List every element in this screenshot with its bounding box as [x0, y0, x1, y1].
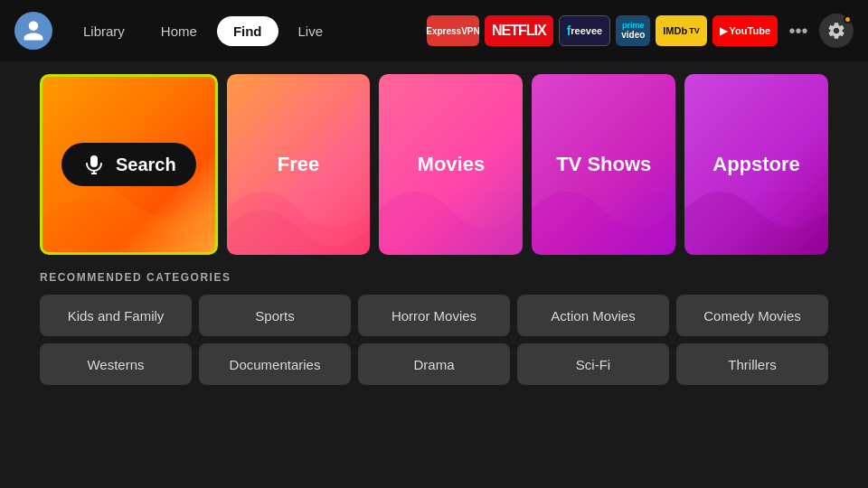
search-pill[interactable]: Search: [61, 143, 196, 186]
app-netflix[interactable]: NETFLIX: [485, 15, 553, 46]
tvshows-tile[interactable]: TV Shows: [532, 74, 675, 255]
free-tile[interactable]: Free: [227, 74, 371, 255]
app-imdb[interactable]: IMDb TV: [656, 15, 706, 46]
movies-tile[interactable]: Movies: [379, 74, 523, 255]
user-icon: [22, 19, 45, 42]
app-icons: ExpressVPN NETFLIX f reevee prime video …: [427, 14, 854, 48]
section-title: RECOMMENDED CATEGORIES: [40, 271, 828, 284]
cat-action-movies[interactable]: Action Movies: [517, 295, 669, 336]
nav-items: Library Home Find Live: [67, 16, 339, 46]
search-label: Search: [116, 155, 176, 175]
nav-item-find[interactable]: Find: [217, 16, 278, 46]
cat-westerns[interactable]: Westerns: [40, 343, 192, 385]
settings-button[interactable]: [819, 14, 854, 48]
search-tile[interactable]: Search: [40, 74, 218, 255]
cat-row-1: Kids and Family Sports Horror Movies Act…: [40, 295, 828, 336]
tvshows-label: TV Shows: [556, 153, 651, 176]
appstore-tile[interactable]: Appstore: [684, 74, 828, 255]
categories-grid: Kids and Family Sports Horror Movies Act…: [40, 295, 828, 385]
app-youtube[interactable]: ▶ YouTube: [712, 15, 778, 46]
notification-badge: [844, 15, 852, 23]
main-content: Search Free Movies TV Shows: [0, 61, 868, 385]
free-label: Free: [278, 153, 319, 176]
app-freevee[interactable]: f reevee: [559, 15, 611, 46]
svg-rect-0: [90, 155, 98, 167]
navbar: Library Home Find Live ExpressVPN NETFLI…: [0, 0, 868, 61]
more-button[interactable]: •••: [783, 15, 814, 46]
cat-thrillers[interactable]: Thrillers: [676, 343, 828, 385]
cat-horror-movies[interactable]: Horror Movies: [358, 295, 510, 336]
cat-kids-family[interactable]: Kids and Family: [40, 295, 192, 336]
gear-icon: [826, 21, 846, 41]
tiles-row: Search Free Movies TV Shows: [40, 74, 828, 255]
nav-item-library[interactable]: Library: [67, 16, 141, 46]
app-primevideo[interactable]: prime video: [616, 15, 650, 46]
cat-drama[interactable]: Drama: [358, 343, 510, 385]
mic-icon: [81, 152, 107, 177]
nav-item-live[interactable]: Live: [282, 16, 340, 46]
cat-comedy-movies[interactable]: Comedy Movies: [676, 295, 828, 336]
cat-documentaries[interactable]: Documentaries: [199, 343, 351, 385]
app-expressvpn[interactable]: ExpressVPN: [427, 15, 479, 46]
appstore-label: Appstore: [712, 153, 800, 176]
movies-label: Movies: [418, 153, 486, 176]
cat-row-2: Westerns Documentaries Drama Sci-Fi Thri…: [40, 343, 828, 385]
nav-item-home[interactable]: Home: [145, 16, 213, 46]
cat-scifi[interactable]: Sci-Fi: [517, 343, 669, 385]
avatar[interactable]: [14, 12, 52, 50]
cat-sports[interactable]: Sports: [199, 295, 351, 336]
